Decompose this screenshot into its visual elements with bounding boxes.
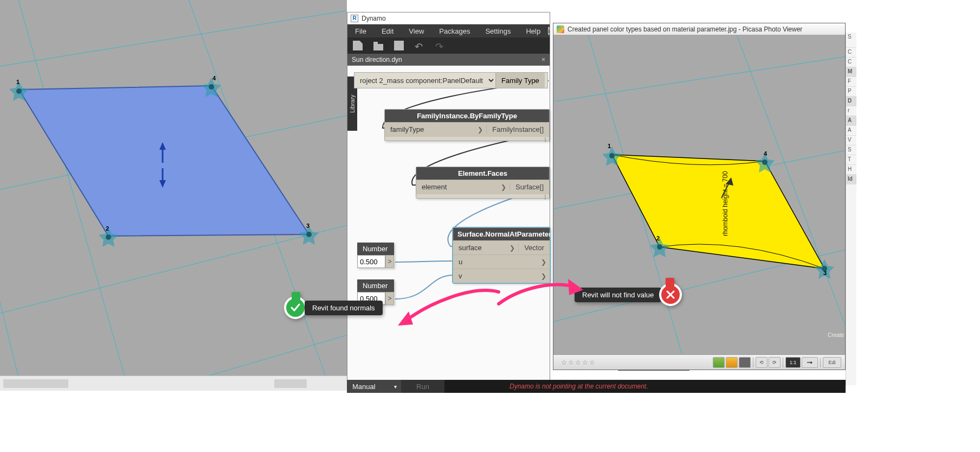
statusbar-right[interactable] — [274, 379, 307, 388]
vertex-label: 3 — [306, 222, 310, 229]
node-number-u[interactable]: Number > — [357, 243, 394, 268]
vertex-label: 1 — [16, 79, 20, 85]
chevron-right-icon: ❯ — [538, 272, 550, 280]
redo-icon[interactable] — [435, 41, 445, 50]
svg-line-0 — [0, 5, 347, 71]
star-rating[interactable]: ☆☆☆☆☆ — [561, 359, 596, 366]
picasa-window: Created panel color types based on mater… — [553, 23, 846, 370]
input-port-familytype[interactable]: familyType — [385, 125, 474, 133]
dynamo-menubar: File Edit View Packages Settings Help i — [347, 24, 550, 37]
input-port-u[interactable]: u — [453, 258, 538, 266]
menu-edit[interactable]: Edit — [374, 27, 401, 35]
menu-packages[interactable]: Packages — [431, 27, 478, 35]
rotate-right-icon[interactable]: ⟳ — [769, 357, 781, 368]
statusbar-icons[interactable] — [3, 379, 68, 388]
callout-text: Revit found normals — [305, 301, 383, 315]
picasa-viewport[interactable]: 1 4 2 3 rhomboid height = 700 Create — [553, 35, 845, 354]
rotate-left-icon[interactable]: ⟲ — [756, 357, 768, 368]
number-input[interactable] — [357, 255, 385, 268]
callout-success: Revit found normals — [284, 296, 381, 319]
dynamo-toolbar — [347, 37, 550, 54]
picasa-title: Created panel color types based on mater… — [568, 26, 802, 33]
svg-line-16 — [553, 52, 845, 106]
node-header: Element.Faces — [416, 167, 549, 180]
node-header: Number — [357, 243, 394, 255]
menu-view[interactable]: View — [401, 27, 431, 35]
dynamo-file-tab[interactable]: Sun direction.dyn × — [347, 54, 550, 66]
thumb-icon[interactable] — [726, 357, 738, 368]
run-button[interactable]: Run — [401, 380, 444, 393]
check-icon — [284, 296, 307, 319]
edit-button[interactable]: Edi — [823, 357, 841, 368]
output-port-familyinstance[interactable]: FamilyInstance[] — [486, 125, 549, 133]
node-header: Surface.NormalAtParameter — [453, 228, 550, 240]
input-port-element[interactable]: element — [416, 183, 498, 191]
output-port[interactable]: > — [385, 255, 394, 268]
node-header: Number — [357, 279, 394, 292]
run-mode-dropdown[interactable]: Manual — [347, 380, 401, 393]
revit-statusbar — [0, 375, 347, 391]
node-surface-normalatparameter[interactable]: Surface.NormalAtParameter surface ❯ Vect… — [453, 227, 550, 283]
chevron-right-icon: ❯ — [498, 183, 510, 191]
family-types-node: roject 2_mass component:PanelDefault Fam… — [354, 72, 548, 88]
svg-marker-21 — [612, 155, 824, 269]
output-port-vector[interactable]: Vector — [518, 244, 550, 252]
menu-settings[interactable]: Settings — [478, 27, 518, 35]
picasa-icon — [557, 26, 564, 33]
vertex-label: 2 — [106, 225, 109, 232]
output-port[interactable]: > — [385, 292, 394, 305]
undo-icon[interactable] — [415, 41, 424, 50]
input-port-v[interactable]: v — [453, 272, 538, 280]
revit-left-viewport[interactable]: 1 4 2 3 — [0, 0, 347, 391]
thumb-icon[interactable] — [739, 357, 751, 368]
thumb-icon[interactable] — [713, 357, 725, 368]
vertex-label: 4 — [212, 75, 216, 81]
callout-error: Revit will not find value — [577, 283, 682, 306]
open-file-icon[interactable] — [373, 41, 383, 50]
svg-line-6 — [0, 0, 33, 391]
node-header: FamilyInstance.ByFamilyType — [385, 110, 549, 122]
info-icon[interactable]: i — [548, 27, 550, 35]
save-file-icon[interactable] — [394, 41, 404, 50]
callout-text: Revit will not find value — [575, 288, 661, 302]
dimension-annotation: rhomboid height = 700 — [721, 171, 729, 236]
node-familyinstance-byfamilytype[interactable]: FamilyInstance.ByFamilyType familyType ❯… — [384, 109, 550, 141]
menu-file[interactable]: File — [347, 27, 374, 35]
menu-help[interactable]: Help — [518, 27, 548, 35]
file-tab-label: Sun direction.dyn — [352, 56, 402, 63]
dynamo-canvas[interactable]: Library roject 2_mass component:PanelDef… — [347, 66, 550, 380]
dynamo-titlebar[interactable]: R Dynamo — [347, 12, 550, 24]
zoom-slider[interactable]: ━● — [802, 357, 818, 368]
close-tab-icon[interactable]: × — [541, 56, 545, 63]
chevron-right-icon: ❯ — [506, 244, 518, 252]
properties-panel-cropped[interactable]: S C C M F P D r A A V S T H Id — [846, 33, 856, 385]
picasa-titlebar[interactable]: Created panel color types based on mater… — [553, 23, 845, 35]
search-field[interactable]: S — [846, 33, 856, 48]
output-port-surface[interactable]: Surface[] — [510, 183, 549, 191]
chevron-right-icon: ❯ — [538, 258, 550, 266]
picasa-toolbar: ☆☆☆☆☆ ⟲ ⟳ 1:1 ━● Edi — [553, 354, 845, 370]
node-element-faces[interactable]: Element.Faces element ❯ Surface[] | — [416, 167, 550, 199]
family-type-output-port[interactable]: Family Type — [495, 73, 545, 88]
revit-r-icon: R — [351, 15, 358, 22]
family-type-dropdown[interactable]: roject 2_mass component:PanelDefault — [354, 73, 495, 88]
x-icon — [659, 283, 682, 306]
chevron-right-icon: ❯ — [474, 126, 486, 133]
input-port-surface[interactable]: surface — [453, 244, 506, 252]
watermark-label: Create — [828, 332, 844, 338]
footer-status-message: Dynamo is not pointing at the current do… — [510, 383, 648, 390]
dynamo-window: R Dynamo File Edit View Packages Setting… — [347, 12, 550, 392]
svg-marker-7 — [19, 86, 309, 236]
dynamo-footer: Manual Run Dynamo is not pointing at the… — [347, 380, 846, 393]
zoom-1-1-button[interactable]: 1:1 — [785, 357, 801, 368]
dynamo-title: Dynamo — [362, 15, 386, 22]
new-file-icon[interactable] — [353, 41, 363, 50]
